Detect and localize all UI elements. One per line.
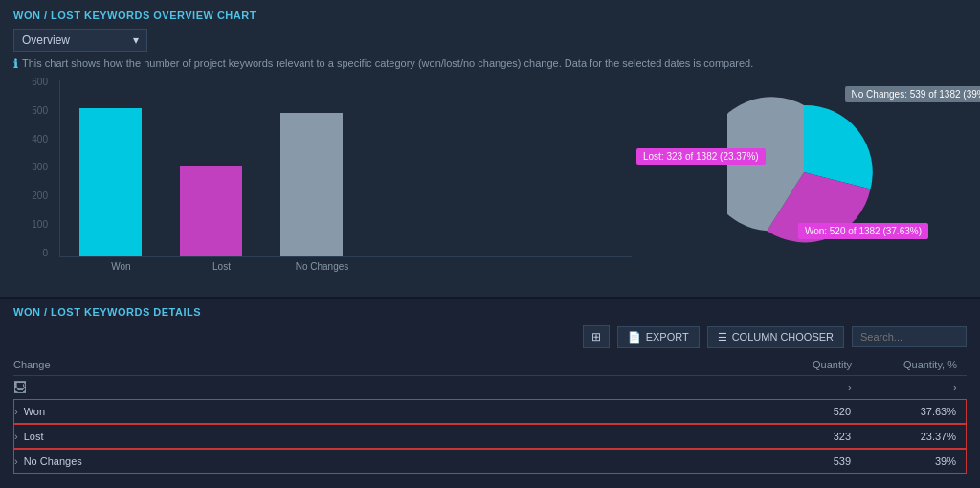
expand-nochanges-icon[interactable]: › bbox=[14, 455, 18, 467]
table-row-won[interactable]: › Won 520 37.63% bbox=[13, 399, 967, 424]
overview-chart-section: WON / LOST KEYWORDS OVERVIEW CHART Overv… bbox=[0, 0, 980, 299]
bar-group-won bbox=[79, 108, 142, 256]
x-label-lost: Lost bbox=[190, 261, 253, 272]
chart-title: WON / LOST KEYWORDS OVERVIEW CHART bbox=[13, 10, 967, 21]
bar-chart: 600 500 400 300 200 100 0 Won bbox=[13, 77, 641, 287]
bar-won bbox=[79, 108, 142, 256]
expand-won-icon[interactable]: › bbox=[14, 406, 18, 417]
overview-dropdown[interactable]: Overview ▾ bbox=[13, 29, 147, 52]
header-quantity: Quantity bbox=[775, 359, 871, 370]
y-label-100: 100 bbox=[32, 219, 48, 230]
bar-group-lost bbox=[180, 166, 242, 256]
row-qty-pct-nochanges: 39% bbox=[870, 455, 966, 467]
y-label-0: 0 bbox=[42, 248, 48, 258]
row-qty-nochanges: 539 bbox=[774, 455, 870, 467]
info-icon: ℹ bbox=[13, 57, 18, 71]
qty-sort-arrow[interactable]: › bbox=[848, 381, 852, 394]
chart-area: 600 500 400 300 200 100 0 Won bbox=[13, 77, 967, 297]
y-label-200: 200 bbox=[32, 190, 48, 201]
details-table: Change Quantity Quantity, % ⛾ › › › Won … bbox=[13, 354, 967, 474]
filter-icon: ⛾ bbox=[13, 380, 27, 395]
y-label-300: 300 bbox=[32, 162, 48, 172]
export-label: EXPORT bbox=[646, 331, 689, 343]
column-chooser-label: COLUMN CHOOSER bbox=[732, 331, 834, 343]
pie-svg bbox=[727, 96, 880, 249]
details-section: WON / LOST KEYWORDS DETAILS ⊞ 📄 EXPORT ☰… bbox=[0, 299, 980, 474]
table-row-lost[interactable]: › Lost 323 23.37% bbox=[13, 424, 967, 449]
info-banner: ℹ This chart shows how the number of pro… bbox=[13, 57, 967, 71]
y-label-500: 500 bbox=[32, 105, 48, 116]
row-label-won: Won bbox=[24, 406, 774, 417]
row-qty-lost: 323 bbox=[774, 431, 870, 442]
bar-nochanges bbox=[280, 113, 343, 256]
filter-row: ⛾ › › bbox=[13, 376, 967, 400]
bars-container bbox=[59, 80, 632, 257]
column-chooser-button[interactable]: ☰ COLUMN CHOOSER bbox=[707, 326, 844, 348]
pie-chart-area: No Changes: 539 of 1382 (39%) Lost: 323 … bbox=[641, 77, 967, 287]
row-label-lost: Lost bbox=[24, 431, 774, 442]
expand-lost-icon[interactable]: › bbox=[14, 431, 18, 442]
table-header: Change Quantity Quantity, % bbox=[13, 354, 967, 376]
chevron-down-icon: ▾ bbox=[133, 33, 139, 47]
grid-icon: ⊞ bbox=[591, 330, 601, 344]
dropdown-container: Overview ▾ bbox=[13, 29, 967, 52]
bar-group-nochanges bbox=[280, 113, 343, 256]
y-axis: 600 500 400 300 200 100 0 bbox=[23, 77, 52, 258]
header-change: Change bbox=[13, 359, 775, 370]
y-label-600: 600 bbox=[32, 77, 48, 87]
x-label-won: Won bbox=[90, 261, 152, 272]
dropdown-label: Overview bbox=[22, 33, 70, 47]
y-label-400: 400 bbox=[32, 134, 48, 144]
export-icon: 📄 bbox=[628, 331, 641, 344]
export-button[interactable]: 📄 EXPORT bbox=[617, 326, 700, 348]
details-title: WON / LOST KEYWORDS DETAILS bbox=[13, 306, 967, 318]
x-labels: Won Lost No Changes bbox=[90, 257, 632, 272]
table-row-nochanges[interactable]: › No Changes 539 39% bbox=[13, 449, 967, 474]
search-input[interactable] bbox=[852, 326, 967, 347]
row-label-nochanges: No Changes bbox=[24, 455, 774, 467]
bar-lost bbox=[180, 166, 242, 256]
header-quantity-pct: Quantity, % bbox=[871, 359, 967, 370]
qty-pct-sort-arrow[interactable]: › bbox=[953, 381, 957, 394]
grid-icon-button[interactable]: ⊞ bbox=[583, 325, 610, 348]
info-text-content: This chart shows how the number of proje… bbox=[22, 57, 753, 69]
row-qty-won: 520 bbox=[774, 406, 870, 417]
row-qty-pct-won: 37.63% bbox=[870, 406, 966, 417]
x-label-nochanges: No Changes bbox=[291, 261, 353, 272]
pie-chart-wrapper: No Changes: 539 of 1382 (39%) Lost: 323 … bbox=[727, 96, 880, 249]
toolbar: ⊞ 📄 EXPORT ☰ COLUMN CHOOSER bbox=[13, 325, 967, 348]
column-chooser-icon: ☰ bbox=[718, 331, 727, 344]
row-qty-pct-lost: 23.37% bbox=[870, 431, 966, 442]
